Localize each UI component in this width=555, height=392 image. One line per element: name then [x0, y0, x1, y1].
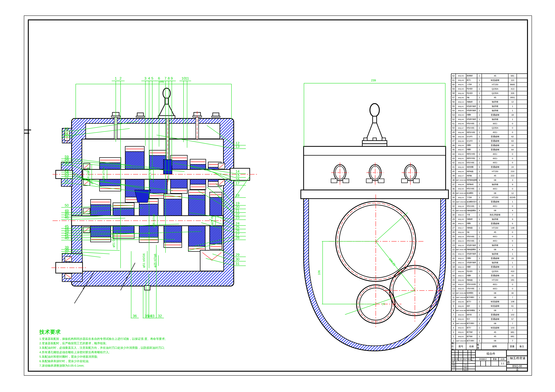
- balloon-40: 40: [65, 236, 69, 240]
- parts-cell: BSQ-47: [456, 126, 466, 130]
- parts-cell: BSQ-25: [456, 169, 466, 173]
- sheet-note: 否: [506, 368, 528, 372]
- parts-cell: 17: [452, 269, 456, 273]
- parts-cell: 08: [482, 248, 509, 252]
- parts-cell: [517, 308, 527, 313]
- parts-cell: 15: [452, 278, 456, 282]
- weight-label: 重量: [491, 357, 499, 361]
- parts-cell: 2挡从动轮: [466, 235, 477, 239]
- parts-cell: 57: [509, 317, 517, 321]
- parts-table-row: 6BSQ-03垫片1普通碳钢57: [452, 317, 527, 321]
- parts-cell: 普通碳钢: [482, 274, 509, 278]
- balloon-60: 60: [65, 133, 69, 137]
- parts-table-row: 41BSQ-26倒挡挡圈2普通碳钢24: [452, 165, 527, 169]
- parts-cell: 普通碳钢: [482, 265, 509, 269]
- parts-cell: GB/T 2016-362: [456, 308, 466, 313]
- parts-cell: BSQ-48: [456, 130, 466, 134]
- parts-cell: 1: [477, 339, 482, 343]
- parts-cell: BSQ-10: [456, 100, 466, 104]
- parts-cell: 1: [509, 261, 517, 265]
- sign-cell: [468, 363, 475, 366]
- parts-cell: 681: [509, 330, 517, 334]
- parts-cell: 轴承钢: [482, 217, 509, 221]
- parts-cell: 1: [477, 330, 482, 334]
- balloon-28: 28: [235, 236, 240, 240]
- dim-346-lines: [76, 84, 232, 119]
- parts-cell: 1: [477, 196, 482, 200]
- parts-cell: 普通碳钢: [482, 317, 509, 321]
- parts-cell: [517, 274, 527, 278]
- parts-cell: 倒挡轴成: [466, 183, 477, 186]
- balloon-62: 62: [65, 127, 69, 131]
- parts-cell: BSQ-28: [456, 183, 466, 186]
- parts-cell: [517, 174, 527, 178]
- parts-cell: BSQ-40: [456, 96, 466, 100]
- parts-table-row: 27BSQ-171轴端盖1HT150148: [452, 226, 527, 230]
- parts-cell: 热轧弹簧钢: [482, 213, 509, 217]
- dimension-φ28 H7/s6: φ28 H7/s6: [102, 168, 105, 181]
- parts-cell: 10: [452, 300, 456, 304]
- parts-cell: 2轴轴承: [466, 100, 477, 104]
- parts-cell: 14: [452, 282, 456, 286]
- rev-label: 年月日: [471, 357, 475, 361]
- balloon-30: 30: [235, 257, 240, 261]
- parts-cell: 2轴: [466, 96, 477, 100]
- parts-table-row: 21BSQ-152挡滚针轴承1轴承钢1: [452, 252, 527, 256]
- parts-cell: GB/T 2016-321: [456, 191, 466, 195]
- parts-cell: 0: [509, 235, 517, 239]
- parts-cell: [517, 200, 527, 204]
- parts-cell: 箱体螺栓: [466, 291, 477, 295]
- parts-cell: GB/T 2016-05: [456, 295, 466, 299]
- parts-cell: 53: [452, 113, 456, 117]
- balloon-5: 5: [151, 76, 153, 80]
- parts-table-row: 18BSQ-13挡圈71普通碳钢0: [452, 265, 527, 269]
- parts-cell: 1轴轴承: [466, 217, 477, 221]
- parts-cell: [517, 300, 527, 304]
- parts-cell: 45: [482, 330, 509, 334]
- parts-cell: 4: [509, 248, 517, 252]
- parts-cell: 51: [452, 122, 456, 126]
- parts-cell: 1: [477, 243, 482, 247]
- parts-cell: 拨叉1销钉: [466, 339, 477, 343]
- parts-header-cell: 数量: [477, 343, 482, 349]
- parts-cell: 1: [477, 135, 482, 139]
- parts-cell: 681: [509, 335, 517, 339]
- parts-cell: 1挡滚针轴承: [466, 261, 477, 265]
- parts-cell: 拨叉轴1: [466, 335, 477, 339]
- parts-cell: [517, 261, 527, 265]
- parts-cell: 103: [509, 326, 517, 330]
- parts-cell: 普通碳钢: [482, 165, 509, 169]
- parts-cell: [517, 104, 527, 108]
- balloon-37: 37: [65, 250, 69, 254]
- parts-cell: 18: [452, 265, 456, 269]
- parts-cell: 54: [452, 109, 456, 113]
- parts-cell: 2: [477, 183, 482, 186]
- parts-cell: 59: [452, 87, 456, 91]
- parts-cell: 12: [509, 191, 517, 195]
- parts-cell: 挡圈3: [466, 143, 477, 147]
- sign-cell: 审核: [463, 366, 468, 369]
- parts-cell: 0: [509, 204, 517, 208]
- balloon-24: 24: [235, 221, 240, 225]
- parts-cell: 40Cr: [482, 204, 509, 208]
- parts-table-row: 54BSQ-425挡滚针轴承1轴承钢1: [452, 109, 527, 113]
- parts-cell: 倒挡从动轮: [466, 130, 477, 134]
- parts-cell: BSQ-27: [456, 174, 466, 178]
- parts-cell: 1: [477, 78, 482, 82]
- parts-cell: 1: [477, 187, 482, 191]
- parts-cell: 210: [509, 169, 517, 173]
- parts-table-row: 36BSQ-304挡主动轮140Cr0: [452, 187, 527, 191]
- parts-cell: 25: [452, 235, 456, 239]
- parts-cell: 1轴: [466, 230, 477, 234]
- balloon-9: 9: [171, 76, 173, 80]
- parts-cell: BSQ-45: [456, 87, 466, 91]
- parts-cell: [517, 204, 527, 208]
- parts-cell: BSQ-32: [456, 152, 466, 156]
- parts-cell: 1: [477, 161, 482, 165]
- parts-cell: GB/T 2016-421: [456, 208, 466, 213]
- parts-cell: [517, 183, 527, 186]
- parts-cell: 1: [477, 126, 482, 130]
- parts-cell: 1: [477, 96, 482, 100]
- parts-cell: 1: [477, 226, 482, 230]
- parts-cell: 08: [482, 191, 509, 195]
